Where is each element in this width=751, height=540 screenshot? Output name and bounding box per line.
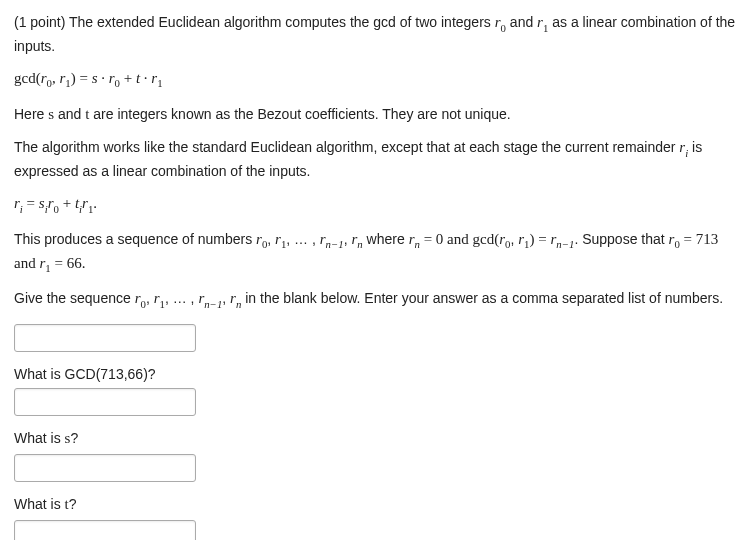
algorithm-paragraph: The algorithm works like the standard Eu… (14, 137, 737, 181)
s-label: What is s? (14, 428, 737, 450)
intro-text-2: and (506, 14, 537, 30)
s-input[interactable] (14, 454, 196, 482)
gcd-input[interactable] (14, 388, 196, 416)
equation-gcd: gcd(r0, r1) = s · r0 + t · r1 (14, 68, 737, 92)
give-paragraph: Give the sequence r0, r1, … , rn−1, rn i… (14, 288, 737, 312)
sequence-input[interactable] (14, 324, 196, 352)
points-label: (1 point) (14, 14, 65, 30)
gcd-label: What is GCD(713,66)? (14, 364, 737, 384)
here-paragraph: Here s and t are integers known as the B… (14, 104, 737, 126)
t-label: What is t? (14, 494, 737, 516)
r1-symbol: r1 (537, 14, 548, 30)
intro-text-1: The extended Euclidean algorithm compute… (65, 14, 494, 30)
ri-symbol: ri (679, 139, 688, 155)
r0-symbol: r0 (495, 14, 506, 30)
sequence-paragraph: This produces a sequence of numbers r0, … (14, 229, 737, 276)
t-input[interactable] (14, 520, 196, 540)
equation-ri: ri = sir0 + tir1. (14, 193, 737, 217)
intro-paragraph: (1 point) The extended Euclidean algorit… (14, 12, 737, 56)
